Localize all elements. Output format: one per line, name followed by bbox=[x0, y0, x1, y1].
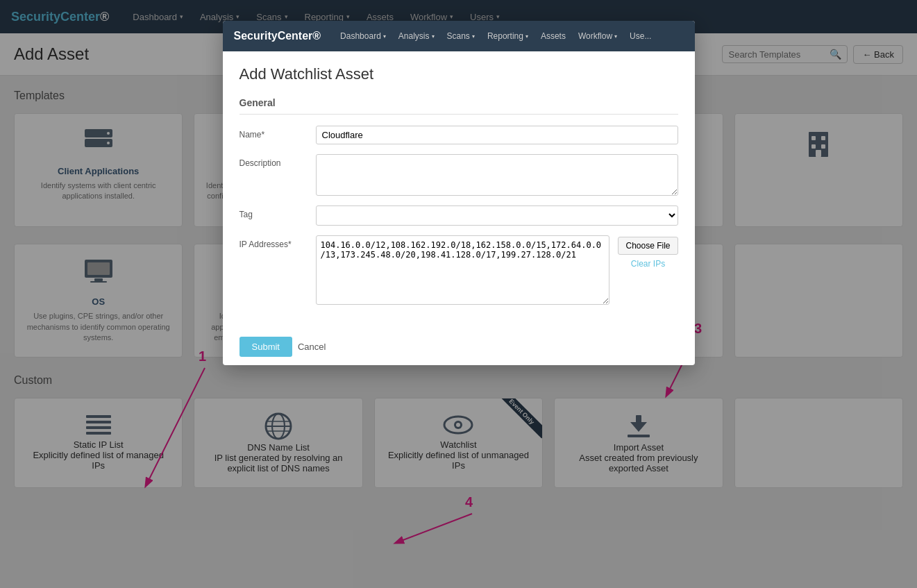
ip-label: IP Addresses* bbox=[239, 235, 316, 249]
cancel-button[interactable]: Cancel bbox=[298, 342, 326, 352]
modal-footer: Submit Cancel bbox=[223, 328, 695, 365]
modal-nav-dashboard[interactable]: Dashboard ▾ bbox=[335, 28, 392, 44]
description-input[interactable] bbox=[316, 154, 678, 196]
modal-nav-assets[interactable]: Assets bbox=[535, 28, 571, 44]
tag-select-wrapper bbox=[316, 205, 678, 226]
modal-nav-workflow[interactable]: Workflow ▾ bbox=[573, 28, 623, 44]
ip-group: 104.16.0.0/12,108.162.192.0/18,162.158.0… bbox=[316, 235, 678, 305]
modal-nav: SecurityCenter® Dashboard ▾ Analysis ▾ S… bbox=[223, 21, 695, 51]
modal-title: Add Watchlist Asset bbox=[239, 65, 678, 83]
modal: SecurityCenter® Dashboard ▾ Analysis ▾ S… bbox=[223, 21, 695, 365]
form-group-description: Description bbox=[239, 154, 678, 196]
modal-nav-use[interactable]: Use... bbox=[624, 28, 657, 44]
choose-file-button[interactable]: Choose File bbox=[618, 237, 678, 255]
clear-ips-button[interactable]: Clear IPs bbox=[618, 259, 678, 269]
chevron-down-icon: ▾ bbox=[614, 33, 617, 40]
ip-textarea[interactable]: 104.16.0.0/12,108.162.192.0/18,162.158.0… bbox=[316, 235, 610, 305]
chevron-down-icon: ▾ bbox=[525, 33, 528, 40]
chevron-down-icon: ▾ bbox=[432, 33, 435, 40]
form-group-tag: Tag bbox=[239, 205, 678, 226]
modal-nav-analysis[interactable]: Analysis ▾ bbox=[393, 28, 440, 44]
modal-overlay: SecurityCenter® Dashboard ▾ Analysis ▾ S… bbox=[0, 0, 917, 502]
modal-nav-reporting[interactable]: Reporting ▾ bbox=[482, 28, 534, 44]
chevron-down-icon: ▾ bbox=[383, 33, 386, 40]
modal-brand: SecurityCenter® bbox=[234, 30, 321, 42]
form-group-ip: IP Addresses* 104.16.0.0/12,108.162.192.… bbox=[239, 235, 678, 305]
name-label: Name* bbox=[239, 126, 316, 140]
modal-nav-scans[interactable]: Scans ▾ bbox=[441, 28, 480, 44]
name-input[interactable] bbox=[316, 126, 678, 144]
ip-buttons: Choose File Clear IPs bbox=[618, 235, 678, 269]
modal-body: Add Watchlist Asset General Name* Descri… bbox=[223, 51, 695, 328]
form-group-name: Name* bbox=[239, 126, 678, 144]
tag-select[interactable] bbox=[316, 205, 678, 226]
description-label: Description bbox=[239, 154, 316, 168]
submit-button[interactable]: Submit bbox=[239, 337, 292, 357]
tag-label: Tag bbox=[239, 205, 316, 219]
chevron-down-icon: ▾ bbox=[472, 33, 475, 40]
form-section-general: General bbox=[239, 97, 678, 115]
modal-nav-items: Dashboard ▾ Analysis ▾ Scans ▾ Reporting… bbox=[335, 28, 657, 44]
